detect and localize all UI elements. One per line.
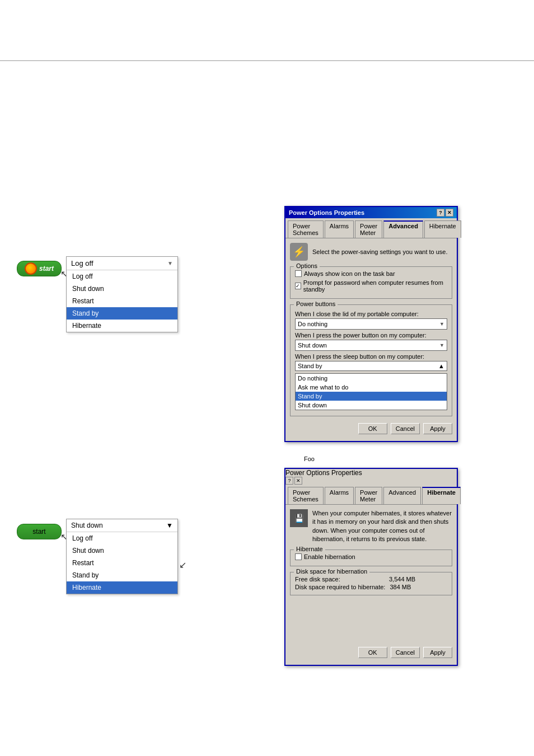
logoff-item-shutdown[interactable]: Shut down [67, 283, 177, 295]
power-btn-dropdown-arrow-top: ▼ [439, 342, 444, 348]
windows-logo-top [25, 262, 37, 275]
tab-advanced-bottom[interactable]: Advanced [383, 487, 421, 504]
power-options-dialog-top: Power Options Properties ? ✕ Power Schem… [284, 206, 458, 442]
foo-text: Foo [304, 456, 315, 462]
power-options-title-bar-bottom: Power Options Properties ? ✕ [285, 469, 457, 485]
dialog-buttons-bottom: OK Cancel Apply [290, 645, 452, 660]
logoff-item-standby[interactable]: Stand by [67, 307, 177, 320]
cancel-button-top[interactable]: Cancel [391, 423, 420, 434]
checkbox-taskbar-label-top: Always show icon on the task bar [304, 270, 395, 277]
hibernate-group: Hibernate Enable hibernation [290, 550, 452, 566]
lid-dropdown-top[interactable]: Do nothing ▼ [295, 318, 447, 330]
power-desc-top: Select the power-saving settings you wan… [312, 248, 448, 255]
power-btn-dropdown-top[interactable]: Shut down ▼ [295, 340, 447, 351]
enable-hibernate-row: Enable hibernation [295, 553, 447, 560]
shutdown-item-logoff[interactable]: Log off [67, 532, 177, 544]
tab-power-meter-top[interactable]: Power Meter [355, 220, 382, 238]
free-disk-value: 3,544 MB [389, 576, 415, 583]
ok-button-bottom[interactable]: OK [358, 647, 387, 658]
shutdown-item-shutdown[interactable]: Shut down [67, 544, 177, 557]
hibernate-desc-text: When your computer hibernates, it stores… [312, 509, 452, 544]
checkbox-password-label-top: Prompt for password when computer resume… [303, 279, 447, 293]
tabs-bar-top: Power Schemes Alarms Power Meter Advance… [285, 218, 457, 238]
logoff-header-text: Log off [71, 259, 93, 267]
tab-power-meter-bottom[interactable]: Power Meter [355, 487, 382, 504]
cursor-bottom-2: ↙ [179, 560, 186, 570]
power-buttons-group-title-top: Power buttons [294, 300, 338, 307]
help-button-top[interactable]: ? [437, 209, 444, 217]
lid-value-top: Do nothing [298, 321, 327, 327]
title-bar-buttons-bottom: ? ✕ [285, 477, 457, 485]
hibernate-group-title: Hibernate [294, 546, 325, 552]
tabs-bar-bottom: Power Schemes Alarms Power Meter Advance… [285, 485, 457, 505]
spacer-bottom [290, 600, 452, 645]
close-button-bottom[interactable]: ✕ [294, 477, 302, 485]
shutdown-item-standby[interactable]: Stand by [67, 569, 177, 581]
options-group-title-top: Options [294, 262, 320, 269]
start-button-top[interactable]: start [17, 261, 62, 276]
shutdown-header-text: Shut down [71, 522, 103, 529]
shutdown-item-hibernate[interactable]: Hibernate [67, 581, 177, 594]
power-content-top: ⚡ Select the power-saving settings you w… [285, 238, 457, 441]
close-button-top[interactable]: ✕ [446, 209, 453, 217]
enable-hibernate-checkbox[interactable] [295, 553, 302, 560]
power-options-title-bar-top: Power Options Properties ? ✕ [285, 207, 457, 218]
odl-donothing-top[interactable]: Do nothing [296, 374, 447, 383]
logoff-dropdown-header[interactable]: Log off ▼ [67, 257, 177, 270]
power-options-title-text-bottom: Power Options Properties [285, 469, 362, 477]
options-group-top: Options Always show icon on the task bar… [290, 266, 452, 299]
shutdown-dropdown-bottom: Shut down ▼ Log off Shut down Restart St… [66, 519, 178, 594]
odl-askmewhat-top[interactable]: Ask me what to do [296, 383, 447, 392]
hibernate-icon-row: 💾 When your computer hibernates, it stor… [290, 509, 452, 544]
sleep-btn-value-top[interactable]: Stand by ▲ [295, 361, 447, 371]
sleep-dropdown-open-top: Do nothing Ask me what to do Stand by Sh… [295, 373, 447, 410]
power-btn-label-top: When I press the power button on my comp… [295, 332, 447, 339]
logoff-item-logoff[interactable]: Log off [67, 270, 177, 283]
start-button-bottom[interactable]: start [17, 524, 62, 539]
apply-button-top[interactable]: Apply [423, 423, 452, 434]
tab-alarms-bottom[interactable]: Alarms [325, 487, 354, 504]
sleep-dropdown-arrow-top: ▲ [438, 363, 444, 369]
power-options-dialog-bottom: Power Options Properties ? ✕ Power Schem… [284, 468, 458, 666]
help-button-bottom[interactable]: ? [285, 477, 293, 485]
tab-power-schemes-top[interactable]: Power Schemes [288, 220, 324, 238]
tab-power-schemes-bottom[interactable]: Power Schemes [288, 487, 324, 504]
logoff-item-hibernate[interactable]: Hibernate [67, 320, 177, 332]
lid-label-top: When I close the lid of my portable comp… [295, 311, 447, 317]
start-label-bottom: start [32, 528, 45, 536]
checkbox-password-top[interactable] [295, 283, 301, 289]
top-divider [0, 60, 534, 61]
free-disk-row: Free disk space: 3,544 MB [295, 576, 447, 583]
required-disk-value: 384 MB [390, 584, 411, 590]
shutdown-dropdown-header[interactable]: Shut down ▼ [67, 519, 177, 532]
tab-hibernate-top[interactable]: Hibernate [424, 220, 461, 238]
enable-hibernate-label: Enable hibernation [304, 553, 355, 560]
power-icon-top: ⚡ [290, 243, 308, 261]
power-icon-row-top: ⚡ Select the power-saving settings you w… [290, 243, 452, 261]
cancel-button-bottom[interactable]: Cancel [391, 647, 420, 658]
ok-button-top[interactable]: OK [358, 423, 387, 434]
logoff-dropdown-top: Log off ▼ Log off Shut down Restart Stan… [66, 256, 178, 332]
hibernate-content: 💾 When your computer hibernates, it stor… [285, 505, 457, 665]
tab-advanced-top[interactable]: Advanced [383, 220, 423, 238]
odl-standby-top[interactable]: Stand by [296, 392, 447, 401]
shutdown-item-restart[interactable]: Restart [67, 557, 177, 569]
sleep-value-text-top: Stand by [298, 363, 322, 369]
checkbox-taskbar-top[interactable] [295, 270, 302, 277]
disk-space-group: Disk space for hibernation Free disk spa… [290, 572, 452, 595]
hibernate-icon: 💾 [290, 509, 308, 527]
dialog-buttons-top: OK Cancel Apply [290, 421, 452, 436]
required-disk-label: Disk space required to hibernate: [295, 584, 385, 590]
power-buttons-group-top: Power buttons When I close the lid of my… [290, 304, 452, 416]
odl-shutdown-top[interactable]: Shut down [296, 401, 447, 410]
title-bar-buttons-top: ? ✕ [437, 209, 453, 217]
logoff-item-restart[interactable]: Restart [67, 295, 177, 307]
lid-dropdown-arrow-top: ▼ [439, 321, 444, 327]
free-disk-label: Free disk space: [295, 576, 385, 583]
tab-alarms-top[interactable]: Alarms [325, 220, 354, 238]
disk-space-group-title: Disk space for hibernation [294, 568, 369, 575]
apply-button-bottom[interactable]: Apply [423, 647, 452, 658]
start-label-top: start [39, 265, 54, 273]
sleep-btn-label-top: When I press the sleep button on my comp… [295, 353, 447, 360]
tab-hibernate-bottom[interactable]: Hibernate [422, 487, 461, 504]
